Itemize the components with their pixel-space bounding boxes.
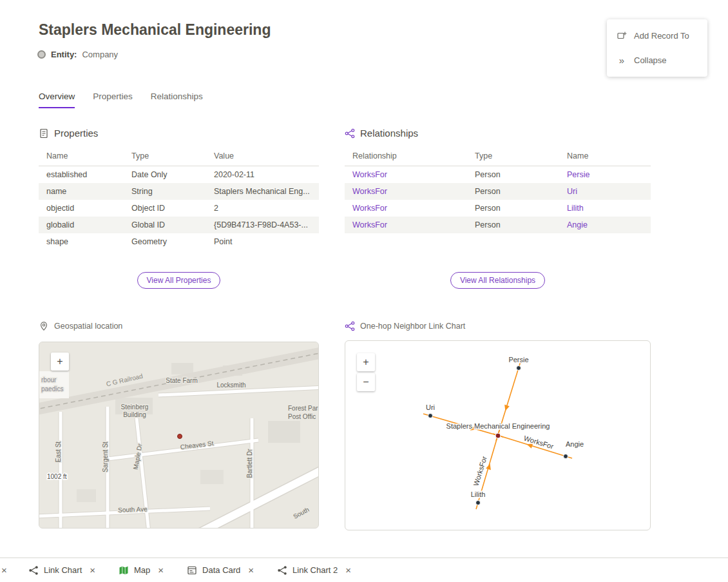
view-all-properties-button[interactable]: View All Properties <box>137 272 221 289</box>
entity-location-marker[interactable] <box>178 434 182 439</box>
prop-name: objectid <box>39 200 124 217</box>
bottom-tab-bar: × Link Chart × Map × Data Ca <box>0 558 728 582</box>
prop-type: String <box>124 183 206 200</box>
relationship-link[interactable]: WorksFor <box>352 170 387 179</box>
bottom-tab-label: Link Chart <box>44 565 82 575</box>
view-all-relationships-button[interactable]: View All Relationships <box>450 272 545 289</box>
prop-value: Point <box>206 233 319 250</box>
table-row: WorksFor Person Lilith <box>345 200 651 217</box>
bottom-tab-label: Map <box>134 565 150 575</box>
properties-title: Properties <box>54 128 98 139</box>
node-uri[interactable] <box>428 414 433 418</box>
building <box>268 421 300 443</box>
close-icon[interactable]: × <box>248 565 254 576</box>
node-angie[interactable] <box>564 454 568 459</box>
context-menu: Add Record To » Collapse <box>607 19 707 77</box>
close-icon[interactable]: × <box>158 565 164 576</box>
tab-overview[interactable]: Overview <box>39 92 75 108</box>
relationships-heading: Relationships <box>345 128 651 139</box>
related-entity-link[interactable]: Lilith <box>567 204 584 213</box>
geospatial-heading: Geospatial location <box>39 321 122 331</box>
col-header-relationship: Relationship <box>345 146 467 166</box>
prop-name: shape <box>39 233 124 250</box>
related-entity-link[interactable]: Persie <box>567 170 589 179</box>
entity-label: Entity: <box>51 50 77 59</box>
close-icon[interactable]: × <box>345 565 351 576</box>
bottom-tab-map[interactable]: Map × <box>119 565 164 576</box>
col-header-value: Value <box>206 146 319 166</box>
link-chart-icon <box>28 565 39 576</box>
link-chart-icon <box>277 565 287 576</box>
node-center-company[interactable] <box>495 433 501 438</box>
relationship-link[interactable]: WorksFor <box>352 220 387 229</box>
relationship-link[interactable]: WorksFor <box>352 187 387 196</box>
menu-item-label: Add Record To <box>634 31 689 41</box>
node-label-lilith: Lilith <box>471 490 486 498</box>
chart-zoom-out-button[interactable]: − <box>357 373 375 391</box>
entity-row: Entity: Company <box>37 50 118 59</box>
table-row: name String Staplers Mechanical Eng... <box>39 183 319 200</box>
link-chart-icon <box>345 321 355 331</box>
prop-type: Global ID <box>124 217 206 233</box>
relationship-link[interactable]: WorksFor <box>352 204 387 213</box>
close-icon[interactable]: × <box>1 565 10 576</box>
relationships-title: Relationships <box>360 128 418 139</box>
related-entity-link[interactable]: Uri <box>567 187 577 196</box>
rel-type: Person <box>467 217 559 233</box>
link-chart-panel[interactable]: WorksFor WorksFor Persie Uri Angie Lilit… <box>345 340 651 530</box>
map-label-steinberg-1: Steinberg <box>121 403 149 411</box>
prop-value: {5D9B4713-F98D-4A53-... <box>206 217 319 233</box>
bottom-tab-data-card[interactable]: Data Card × <box>187 565 254 576</box>
map-icon <box>119 565 129 576</box>
table-row: WorksFor Person Angie <box>345 217 651 233</box>
map-label-south-ave: South Ave <box>118 505 148 514</box>
page-title: Staplers Mechanical Engineering <box>39 21 271 39</box>
prop-type: Object ID <box>124 200 206 217</box>
table-row: WorksFor Person Uri <box>345 183 651 200</box>
map-label-east-st: East St <box>55 441 62 462</box>
tab-properties[interactable]: Properties <box>93 92 133 108</box>
data-card-icon <box>187 565 197 576</box>
map-canvas: rbour paedics C G Railroad State Farm Lo… <box>39 342 319 529</box>
building <box>171 363 193 374</box>
relationships-section: Relationships Relationship Type Name Wor… <box>345 128 651 289</box>
related-entity-link[interactable]: Angie <box>567 220 588 229</box>
map-label-locksmith: Locksmith <box>216 382 245 389</box>
close-icon[interactable]: × <box>90 565 95 576</box>
tab-relationships[interactable]: Relationships <box>151 92 203 108</box>
map-label-bartlett-dr: Bartlett Dr <box>246 449 253 478</box>
bottom-tab-link-chart-2[interactable]: Link Chart 2 × <box>277 565 351 576</box>
chart-zoom-in-button[interactable]: + <box>357 353 375 371</box>
map-label-forest-2: Post Offic <box>288 413 316 420</box>
poi-label-patch <box>39 371 69 398</box>
bottom-tab-link-chart[interactable]: Link Chart × <box>28 565 95 576</box>
building <box>200 470 224 484</box>
table-header-row: Name Type Value <box>39 146 319 166</box>
table-row: shape Geometry Point <box>39 233 319 250</box>
link-chart-canvas: WorksFor WorksFor Persie Uri Angie Lilit… <box>345 341 650 530</box>
menu-item-add-record-to[interactable]: Add Record To <box>607 23 707 48</box>
node-persie[interactable] <box>517 366 521 371</box>
double-chevron-right-icon: » <box>617 55 627 66</box>
entity-type-dot <box>37 50 46 59</box>
building <box>77 489 96 502</box>
map-panel[interactable]: rbour paedics C G Railroad State Farm Lo… <box>39 342 319 529</box>
node-label-center-company: Staplers Mechanical Engineering <box>446 422 550 430</box>
prop-type: Geometry <box>124 233 206 250</box>
node-label-persie: Persie <box>508 356 528 364</box>
table-row: globalid Global ID {5D9B4713-F98D-4A53-.… <box>39 217 319 233</box>
entity-value: Company <box>82 50 118 59</box>
map-zoom-in-button[interactable]: + <box>51 353 69 371</box>
col-header-type: Type <box>467 146 559 166</box>
link-chart-heading: One-hop Neighbor Link Chart <box>345 321 465 331</box>
bottom-tab-label: Link Chart 2 <box>292 565 338 575</box>
bottom-tab-label: Data Card <box>202 565 240 575</box>
prop-value: Staplers Mechanical Eng... <box>206 183 319 200</box>
add-record-icon <box>617 30 627 41</box>
data-card-page: Staplers Mechanical Engineering Entity: … <box>0 0 728 582</box>
menu-item-collapse[interactable]: » Collapse <box>607 48 707 73</box>
node-lilith[interactable] <box>476 501 481 505</box>
map-label-steinberg-2: Building <box>123 411 146 418</box>
poi-label-line2: paedics <box>41 385 63 393</box>
table-row: WorksFor Person Persie <box>345 166 651 184</box>
